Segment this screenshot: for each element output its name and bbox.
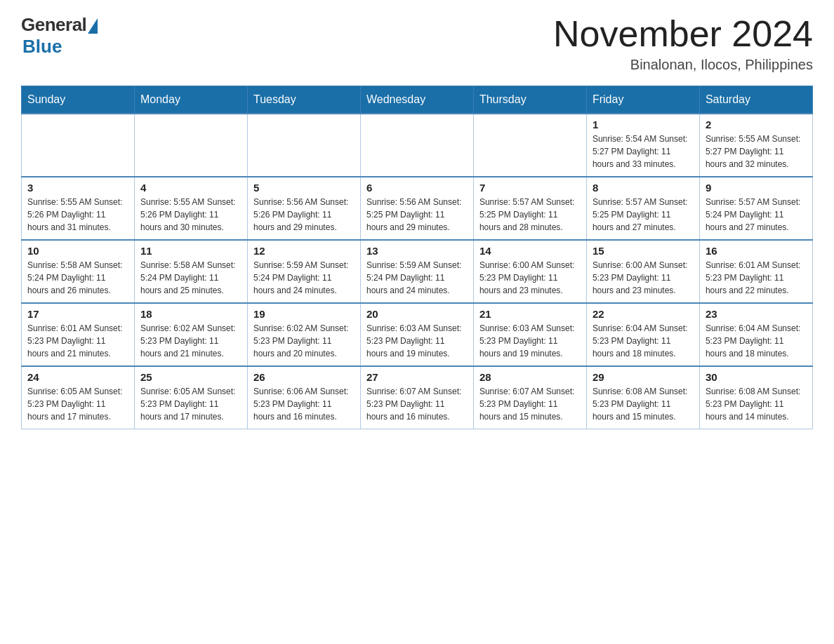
- day-number: 5: [253, 182, 355, 194]
- day-number: 10: [27, 245, 128, 257]
- day-number: 19: [253, 308, 355, 320]
- day-number: 23: [706, 308, 807, 320]
- calendar-cell: 17Sunrise: 6:01 AM Sunset: 5:23 PM Dayli…: [22, 303, 135, 366]
- day-number: 18: [140, 308, 241, 320]
- day-number: 30: [706, 371, 807, 383]
- day-number: 29: [593, 371, 694, 383]
- day-info: Sunrise: 6:03 AM Sunset: 5:23 PM Dayligh…: [366, 322, 468, 360]
- calendar-cell: 15Sunrise: 6:00 AM Sunset: 5:23 PM Dayli…: [586, 240, 699, 303]
- calendar-cell: 7Sunrise: 5:57 AM Sunset: 5:25 PM Daylig…: [473, 177, 586, 240]
- calendar-cell: 25Sunrise: 6:05 AM Sunset: 5:23 PM Dayli…: [134, 366, 247, 429]
- title-block: November 2024 Binalonan, Ilocos, Philipp…: [553, 14, 813, 73]
- day-info: Sunrise: 5:56 AM Sunset: 5:26 PM Dayligh…: [253, 196, 355, 234]
- day-number: 20: [366, 308, 468, 320]
- calendar-cell: 24Sunrise: 6:05 AM Sunset: 5:23 PM Dayli…: [22, 366, 135, 429]
- logo-blue-text: Blue: [22, 36, 62, 58]
- day-info: Sunrise: 5:55 AM Sunset: 5:26 PM Dayligh…: [140, 196, 241, 234]
- calendar-cell: 30Sunrise: 6:08 AM Sunset: 5:23 PM Dayli…: [699, 366, 812, 429]
- day-of-week-header: Monday: [134, 86, 247, 114]
- calendar-cell: 26Sunrise: 6:06 AM Sunset: 5:23 PM Dayli…: [247, 366, 360, 429]
- calendar-cell: 14Sunrise: 6:00 AM Sunset: 5:23 PM Dayli…: [473, 240, 586, 303]
- calendar-cell: 23Sunrise: 6:04 AM Sunset: 5:23 PM Dayli…: [699, 303, 812, 366]
- day-info: Sunrise: 5:55 AM Sunset: 5:27 PM Dayligh…: [706, 133, 807, 170]
- logo-triangle-icon: [88, 18, 98, 34]
- day-info: Sunrise: 6:04 AM Sunset: 5:23 PM Dayligh…: [706, 322, 807, 360]
- day-number: 1: [593, 119, 694, 130]
- calendar-cell: 18Sunrise: 6:02 AM Sunset: 5:23 PM Dayli…: [134, 303, 247, 366]
- day-info: Sunrise: 6:02 AM Sunset: 5:23 PM Dayligh…: [140, 322, 241, 360]
- day-info: Sunrise: 6:07 AM Sunset: 5:23 PM Dayligh…: [366, 385, 468, 423]
- day-info: Sunrise: 6:05 AM Sunset: 5:23 PM Dayligh…: [27, 385, 128, 423]
- calendar-cell: 21Sunrise: 6:03 AM Sunset: 5:23 PM Dayli…: [473, 303, 586, 366]
- calendar-week-row: 3Sunrise: 5:55 AM Sunset: 5:26 PM Daylig…: [22, 177, 813, 240]
- day-info: Sunrise: 6:01 AM Sunset: 5:23 PM Dayligh…: [706, 259, 807, 297]
- calendar-header-row: SundayMondayTuesdayWednesdayThursdayFrid…: [22, 86, 813, 114]
- calendar-cell: [22, 114, 135, 177]
- month-title: November 2024: [553, 14, 813, 54]
- day-number: 25: [140, 371, 241, 383]
- day-info: Sunrise: 6:03 AM Sunset: 5:23 PM Dayligh…: [479, 322, 581, 360]
- day-info: Sunrise: 5:56 AM Sunset: 5:25 PM Dayligh…: [366, 196, 468, 234]
- calendar-cell: 29Sunrise: 6:08 AM Sunset: 5:23 PM Dayli…: [586, 366, 699, 429]
- calendar-cell: 20Sunrise: 6:03 AM Sunset: 5:23 PM Dayli…: [360, 303, 473, 366]
- day-info: Sunrise: 6:06 AM Sunset: 5:23 PM Dayligh…: [253, 385, 355, 423]
- day-of-week-header: Wednesday: [360, 86, 473, 114]
- day-of-week-header: Friday: [586, 86, 699, 114]
- day-number: 26: [253, 371, 355, 383]
- day-number: 4: [140, 182, 241, 194]
- day-info: Sunrise: 6:01 AM Sunset: 5:23 PM Dayligh…: [27, 322, 128, 360]
- calendar-cell: 5Sunrise: 5:56 AM Sunset: 5:26 PM Daylig…: [247, 177, 360, 240]
- day-number: 22: [593, 308, 694, 320]
- day-number: 15: [593, 245, 694, 257]
- day-of-week-header: Sunday: [22, 86, 135, 114]
- calendar-cell: 1Sunrise: 5:54 AM Sunset: 5:27 PM Daylig…: [586, 114, 699, 177]
- page-header: General Blue November 2024 Binalonan, Il…: [21, 14, 813, 73]
- day-info: Sunrise: 5:57 AM Sunset: 5:24 PM Dayligh…: [706, 196, 807, 234]
- day-number: 16: [706, 245, 807, 257]
- day-info: Sunrise: 5:57 AM Sunset: 5:25 PM Dayligh…: [479, 196, 581, 234]
- day-info: Sunrise: 5:54 AM Sunset: 5:27 PM Dayligh…: [593, 133, 694, 170]
- day-info: Sunrise: 5:57 AM Sunset: 5:25 PM Dayligh…: [593, 196, 694, 234]
- day-info: Sunrise: 6:00 AM Sunset: 5:23 PM Dayligh…: [593, 259, 694, 297]
- day-number: 11: [140, 245, 241, 257]
- calendar-cell: 27Sunrise: 6:07 AM Sunset: 5:23 PM Dayli…: [360, 366, 473, 429]
- calendar-week-row: 24Sunrise: 6:05 AM Sunset: 5:23 PM Dayli…: [22, 366, 813, 429]
- day-info: Sunrise: 6:08 AM Sunset: 5:23 PM Dayligh…: [706, 385, 807, 423]
- day-number: 3: [27, 182, 128, 194]
- day-number: 9: [706, 182, 807, 194]
- day-info: Sunrise: 5:58 AM Sunset: 5:24 PM Dayligh…: [27, 259, 128, 297]
- day-number: 28: [479, 371, 581, 383]
- calendar-cell: 3Sunrise: 5:55 AM Sunset: 5:26 PM Daylig…: [22, 177, 135, 240]
- day-number: 12: [253, 245, 355, 257]
- day-number: 7: [479, 182, 581, 194]
- calendar-cell: [360, 114, 473, 177]
- calendar-cell: 11Sunrise: 5:58 AM Sunset: 5:24 PM Dayli…: [134, 240, 247, 303]
- location-subtitle: Binalonan, Ilocos, Philippines: [553, 57, 813, 73]
- calendar-cell: 12Sunrise: 5:59 AM Sunset: 5:24 PM Dayli…: [247, 240, 360, 303]
- day-info: Sunrise: 6:04 AM Sunset: 5:23 PM Dayligh…: [593, 322, 694, 360]
- day-info: Sunrise: 6:00 AM Sunset: 5:23 PM Dayligh…: [479, 259, 581, 297]
- calendar-cell: 2Sunrise: 5:55 AM Sunset: 5:27 PM Daylig…: [699, 114, 812, 177]
- day-info: Sunrise: 6:07 AM Sunset: 5:23 PM Dayligh…: [479, 385, 581, 423]
- day-of-week-header: Thursday: [473, 86, 586, 114]
- day-info: Sunrise: 5:59 AM Sunset: 5:24 PM Dayligh…: [253, 259, 355, 297]
- calendar-cell: 6Sunrise: 5:56 AM Sunset: 5:25 PM Daylig…: [360, 177, 473, 240]
- calendar-cell: 8Sunrise: 5:57 AM Sunset: 5:25 PM Daylig…: [586, 177, 699, 240]
- calendar-cell: 13Sunrise: 5:59 AM Sunset: 5:24 PM Dayli…: [360, 240, 473, 303]
- logo-general-text: General: [21, 14, 86, 36]
- day-of-week-header: Tuesday: [247, 86, 360, 114]
- day-of-week-header: Saturday: [699, 86, 812, 114]
- calendar-table: SundayMondayTuesdayWednesdayThursdayFrid…: [21, 86, 813, 429]
- day-number: 17: [27, 308, 128, 320]
- calendar-cell: 22Sunrise: 6:04 AM Sunset: 5:23 PM Dayli…: [586, 303, 699, 366]
- calendar-cell: [247, 114, 360, 177]
- calendar-cell: 4Sunrise: 5:55 AM Sunset: 5:26 PM Daylig…: [134, 177, 247, 240]
- day-number: 8: [593, 182, 694, 194]
- day-number: 6: [366, 182, 468, 194]
- day-info: Sunrise: 6:08 AM Sunset: 5:23 PM Dayligh…: [593, 385, 694, 423]
- calendar-cell: [473, 114, 586, 177]
- calendar-cell: 16Sunrise: 6:01 AM Sunset: 5:23 PM Dayli…: [699, 240, 812, 303]
- logo: General Blue: [21, 14, 98, 58]
- day-number: 21: [479, 308, 581, 320]
- day-number: 2: [706, 119, 807, 130]
